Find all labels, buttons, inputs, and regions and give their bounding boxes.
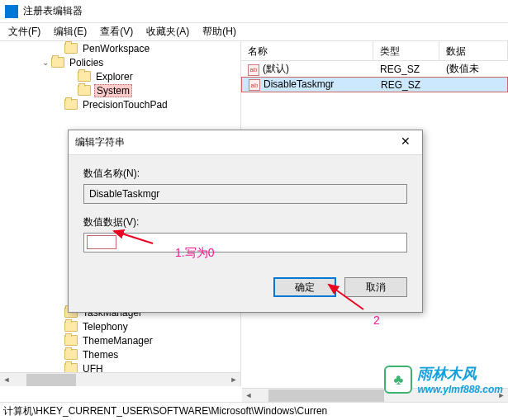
cancel-button[interactable]: 取消 [344,277,407,297]
col-type[interactable]: 类型 [373,41,439,60]
watermark: ♣ 雨林木风 www.ylmf888.com [384,364,503,395]
tree-item-telephony[interactable]: Telephony [0,319,130,333]
app-icon [5,5,18,18]
folder-icon [64,321,78,332]
tree-item-themes[interactable]: Themes [0,347,120,361]
statusbar: 计算机\HKEY_CURRENT_USER\SOFTWARE\Microsoft… [0,402,508,420]
watermark-cn: 雨林木风 [417,364,503,384]
ok-button[interactable]: 确定 [273,277,336,297]
tree-item-policies[interactable]: ⌄Policies [0,55,105,69]
folder-icon [51,57,64,68]
string-value-icon: ab [248,64,259,76]
value-type-cell: REG_SZ [373,64,439,75]
watermark-logo-icon: ♣ [384,366,412,394]
folder-icon [78,85,91,96]
dialog-title-text: 编辑字符串 [75,135,125,149]
edit-string-dialog: 编辑字符串 ✕ 数值名称(N): 数值数据(V): 确定 取消 [68,130,423,313]
tree-label: Themes [81,349,120,361]
value-data-cell: (数值未 [439,62,508,76]
folder-icon [78,71,91,82]
list-row[interactable]: ab(默认)REG_SZ(数值未 [241,61,508,77]
scroll-thumb[interactable] [26,374,76,386]
name-input [83,184,407,204]
tree-label: PrecisionTouchPad [81,99,169,111]
watermark-url: www.ylmf888.com [417,384,503,395]
folder-icon [64,335,78,346]
col-data[interactable]: 数据 [439,41,508,60]
folder-icon [64,43,78,54]
value-input[interactable] [83,233,407,252]
col-name[interactable]: 名称 [241,41,373,60]
tree-item-system[interactable]: System [0,83,132,97]
tree-label: Telephony [81,321,130,333]
menu-view[interactable]: 查看(V) [95,23,138,40]
string-value-icon: ab [249,79,260,91]
folder-icon [64,349,78,360]
titlebar: 注册表编辑器 [0,0,508,23]
scroll-left-icon[interactable]: ◄ [0,375,13,384]
close-icon[interactable]: ✕ [396,134,415,151]
tree-item-precisiontouchpad[interactable]: PrecisionTouchPad [0,97,169,111]
value-type-cell: REG_SZ [374,79,440,91]
tree-item-explorer[interactable]: Explorer [0,69,135,83]
list-header: 名称 类型 数据 [241,41,508,61]
tree-label: ThemeManager [81,335,154,347]
tree-hscroll[interactable]: ◄ ► [0,372,240,386]
scroll-right-icon[interactable]: ► [227,375,240,384]
menubar: 文件(F) 编辑(E) 查看(V) 收藏夹(A) 帮助(H) [0,23,508,41]
name-label: 数值名称(N): [83,167,407,181]
tree-toggle-icon[interactable]: ⌄ [40,58,51,67]
folder-icon [64,99,78,110]
tree-label: System [94,84,132,97]
list-row[interactable]: abDisableTaskmgrREG_SZ [241,77,508,92]
menu-file[interactable]: 文件(F) [3,23,45,40]
value-name-cell: abDisableTaskmgr [242,78,374,92]
tree-item-thememanager[interactable]: ThemeManager [0,333,154,347]
menu-edit[interactable]: 编辑(E) [49,23,92,40]
tree-label: Explorer [94,71,135,83]
window-title: 注册表编辑器 [23,4,83,18]
dialog-titlebar[interactable]: 编辑字符串 ✕ [69,130,422,155]
value-name-cell: ab(默认) [241,62,373,76]
menu-favorites[interactable]: 收藏夹(A) [141,23,194,40]
tree-label: Policies [68,57,105,68]
data-label: 数值数据(V): [83,215,407,229]
status-path: 计算机\HKEY_CURRENT_USER\SOFTWARE\Microsoft… [3,404,327,418]
tree-item-penworkspace[interactable]: PenWorkspace [0,41,151,55]
menu-help[interactable]: 帮助(H) [197,23,241,40]
tree-label: PenWorkspace [81,43,151,54]
